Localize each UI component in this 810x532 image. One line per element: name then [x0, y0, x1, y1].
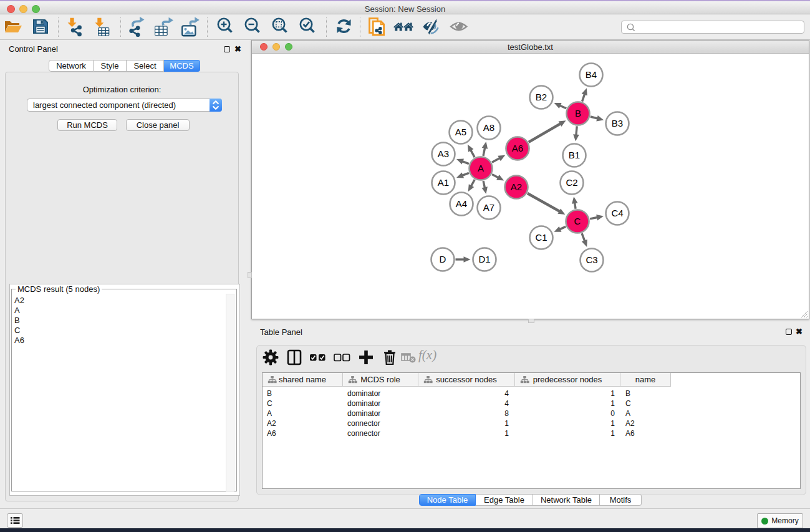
svg-text:B4: B4: [586, 69, 597, 80]
svg-text:A6: A6: [512, 143, 523, 153]
svg-text:A: A: [478, 163, 484, 173]
svg-text:C: C: [574, 216, 581, 226]
svg-text:C2: C2: [566, 177, 577, 188]
svg-text:C4: C4: [611, 208, 623, 218]
svg-text:D1: D1: [478, 254, 490, 264]
svg-text:B2: B2: [536, 92, 547, 102]
svg-text:B3: B3: [612, 118, 623, 128]
svg-text:A2: A2: [511, 181, 522, 192]
svg-text:A8: A8: [483, 122, 494, 133]
svg-text:D: D: [440, 254, 446, 264]
svg-text:A7: A7: [483, 202, 494, 213]
svg-text:A5: A5: [455, 127, 466, 137]
svg-text:C1: C1: [535, 232, 547, 243]
svg-text:A4: A4: [456, 198, 467, 209]
svg-text:B1: B1: [569, 150, 580, 160]
svg-text:A1: A1: [438, 177, 449, 188]
svg-text:B: B: [575, 108, 581, 118]
svg-text:A3: A3: [438, 148, 449, 159]
svg-text:C3: C3: [586, 254, 597, 265]
